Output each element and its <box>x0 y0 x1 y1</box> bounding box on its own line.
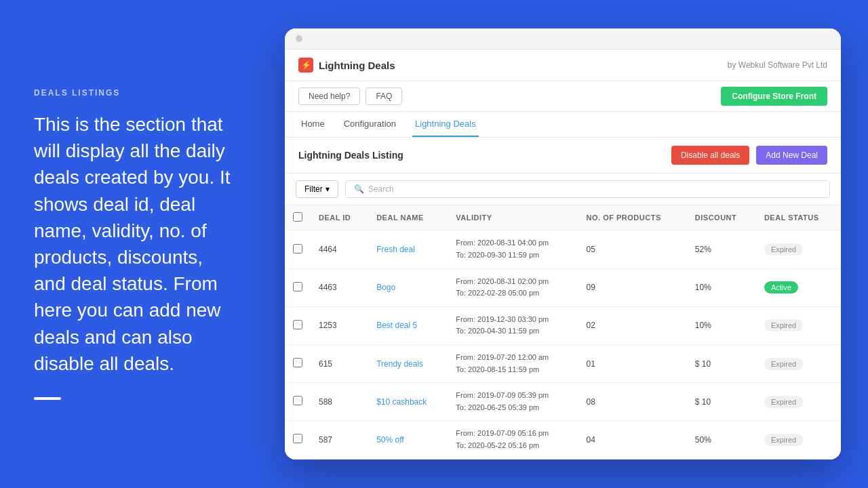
row-checkbox-cell <box>285 306 311 344</box>
deal-id-cell: 1253 <box>311 306 368 344</box>
listing-title: Lightning Deals Listing <box>298 150 403 161</box>
tab-home[interactable]: Home <box>298 112 328 137</box>
col-discount: DISCOUNT <box>687 205 756 230</box>
deal-name-link-5[interactable]: 50% off <box>376 435 403 445</box>
col-deal-id: DEAL ID <box>311 205 368 230</box>
validity-cell: From: 2019-07-09 05:16 pm To: 2020-05-22… <box>448 421 578 459</box>
disable-all-deals-button[interactable]: Disable all deals <box>671 146 749 165</box>
deal-name-link-4[interactable]: $10 cashback <box>376 397 427 407</box>
status-cell: Expired <box>756 345 841 383</box>
row-checkbox-cell <box>285 230 311 268</box>
search-icon: 🔍 <box>354 184 364 194</box>
deal-id-cell: 4463 <box>311 268 368 306</box>
status-badge-0: Expired <box>764 243 803 256</box>
listing-actions: Disable all deals Add New Deal <box>671 146 827 165</box>
deal-id-cell: 4464 <box>311 230 368 268</box>
deal-name-link-0[interactable]: Fresh deal <box>376 245 415 254</box>
discount-cell: 50% <box>687 421 756 459</box>
validity-cell: From: 2020-08-31 02:00 pm To: 2022-02-28… <box>448 268 578 306</box>
filter-bar: Filter ▾ 🔍 Search <box>285 174 841 205</box>
validity-to-0: To: 2020-09-30 11:59 pm <box>456 249 570 262</box>
col-deal-name: DEAL NAME <box>368 205 448 230</box>
search-container: 🔍 Search <box>345 180 830 198</box>
validity-from-4: From: 2019-07-09 05:39 pm <box>456 390 570 402</box>
row-checkbox-2[interactable] <box>293 320 302 329</box>
browser-dot-1 <box>296 35 302 42</box>
description-text: This is the section that will display al… <box>34 111 237 377</box>
deal-id-cell: 588 <box>311 383 368 421</box>
table-row: 587 50% off From: 2019-07-09 05:16 pm To… <box>285 421 841 459</box>
search-placeholder-text: Search <box>368 184 394 194</box>
deal-name-link-3[interactable]: Trendy deals <box>376 359 423 369</box>
products-cell: 05 <box>578 230 687 268</box>
status-cell: Active <box>756 268 841 306</box>
status-badge-1: Active <box>764 281 798 293</box>
deal-name-link-1[interactable]: Bogo <box>376 283 395 292</box>
status-cell: Expired <box>756 421 841 459</box>
row-checkbox-0[interactable] <box>293 244 302 253</box>
action-bar: Need help? FAQ Configure Store Front <box>285 81 841 112</box>
status-cell: Expired <box>756 383 841 421</box>
configure-store-front-button[interactable]: Configure Store Front <box>721 87 827 106</box>
add-new-deal-button[interactable]: Add New Deal <box>756 146 827 165</box>
status-badge-3: Expired <box>764 358 803 370</box>
validity-to-3: To: 2020-08-15 11:59 pm <box>456 364 570 376</box>
chevron-down-icon: ▾ <box>326 184 330 194</box>
deals-table: DEAL ID DEAL NAME VALIDITY NO. OF PRODUC… <box>285 205 841 459</box>
filter-label: Filter <box>304 184 323 194</box>
deal-name-cell: Bogo <box>368 268 448 306</box>
deal-name-cell: Trendy deals <box>368 345 448 383</box>
divider <box>34 397 61 400</box>
filter-button[interactable]: Filter ▾ <box>296 180 338 198</box>
validity-to-4: To: 2020-06-25 05:39 pm <box>456 402 570 414</box>
select-all-checkbox[interactable] <box>293 212 302 222</box>
products-cell: 09 <box>578 268 687 306</box>
row-checkbox-cell <box>285 345 311 383</box>
status-cell: Expired <box>756 306 841 344</box>
deal-name-cell: 50% off <box>368 421 448 459</box>
tab-configuration[interactable]: Configuration <box>341 112 399 137</box>
validity-cell: From: 2019-07-20 12:00 am To: 2020-08-15… <box>448 345 578 383</box>
status-badge-4: Expired <box>764 396 803 408</box>
col-checkbox <box>285 205 311 230</box>
deal-name-cell: Fresh deal <box>368 230 448 268</box>
row-checkbox-3[interactable] <box>293 358 302 367</box>
deal-name-link-2[interactable]: Best deal 5 <box>376 321 417 330</box>
deal-name-cell: Best deal 5 <box>368 306 448 344</box>
validity-from-2: From: 2019-12-30 03:30 pm <box>456 314 570 326</box>
row-checkbox-cell <box>285 421 311 459</box>
need-help-button[interactable]: Need help? <box>298 87 360 105</box>
validity-to-5: To: 2020-05-22 05:16 pm <box>456 440 570 452</box>
discount-cell: 10% <box>687 268 756 306</box>
col-deal-status: DEAL STATUS <box>756 205 841 230</box>
discount-cell: $ 10 <box>687 383 756 421</box>
row-checkbox-5[interactable] <box>293 434 302 443</box>
app-logo: ⚡ Lightning Deals <box>298 58 395 73</box>
status-badge-5: Expired <box>764 434 803 446</box>
browser-bar <box>285 28 841 49</box>
app-header: ⚡ Lightning Deals by Webkul Software Pvt… <box>285 49 841 81</box>
products-cell: 02 <box>578 306 687 344</box>
deal-name-cell: $10 cashback <box>368 383 448 421</box>
status-badge-2: Expired <box>764 319 803 331</box>
row-checkbox-cell <box>285 383 311 421</box>
listing-header: Lightning Deals Listing Disable all deal… <box>285 138 841 174</box>
faq-button[interactable]: FAQ <box>366 87 402 105</box>
lightning-icon: ⚡ <box>301 60 311 70</box>
validity-to-1: To: 2022-02-28 05:00 pm <box>456 287 570 300</box>
tab-lightning-deals[interactable]: Lightning Deals <box>412 112 479 137</box>
products-cell: 04 <box>578 421 687 459</box>
row-checkbox-4[interactable] <box>293 396 302 405</box>
discount-cell: 10% <box>687 306 756 344</box>
validity-cell: From: 2019-12-30 03:30 pm To: 2020-04-30… <box>448 306 578 344</box>
row-checkbox-1[interactable] <box>293 282 302 291</box>
nav-tabs: Home Configuration Lightning Deals <box>285 112 841 138</box>
products-cell: 01 <box>578 345 687 383</box>
col-validity: VALIDITY <box>448 205 578 230</box>
browser-card: ⚡ Lightning Deals by Webkul Software Pvt… <box>285 28 841 459</box>
row-checkbox-cell <box>285 268 311 306</box>
validity-cell: From: 2019-07-09 05:39 pm To: 2020-06-25… <box>448 383 578 421</box>
validity-from-0: From: 2020-08-31 04:00 pm <box>456 237 570 249</box>
deal-id-cell: 615 <box>311 345 368 383</box>
table-row: 4464 Fresh deal From: 2020-08-31 04:00 p… <box>285 230 841 268</box>
